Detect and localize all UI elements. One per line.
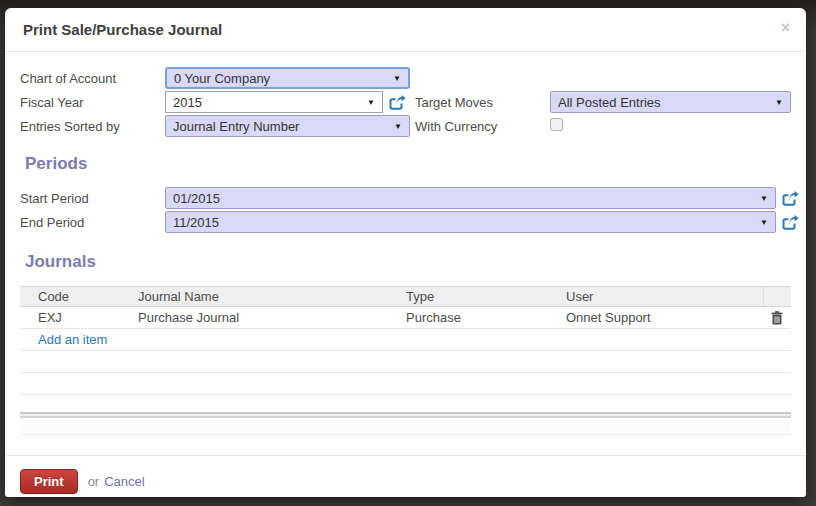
add-item-row: Add an item (20, 329, 791, 351)
chart-of-account-label: Chart of Account (20, 70, 165, 86)
dialog-titlebar: Print Sale/Purchase Journal × (5, 8, 806, 52)
col-header-code: Code (20, 289, 120, 304)
chart-of-account-value: 0 Your Company (174, 71, 270, 86)
chart-of-account-select[interactable]: 0 Your Company ▼ (165, 67, 410, 89)
col-header-journal-name: Journal Name (120, 289, 388, 304)
entries-sorted-by-label: Entries Sorted by (20, 118, 165, 134)
chevron-down-icon: ▼ (367, 98, 375, 107)
with-currency-label: With Currency (410, 118, 550, 134)
col-header-delete (763, 287, 791, 306)
target-moves-value: All Posted Entries (558, 95, 661, 110)
dialog-footer: Print or Cancel (5, 455, 806, 497)
chevron-down-icon: ▼ (394, 122, 402, 131)
table-scroll-band (20, 412, 791, 418)
start-period-row: Start Period 01/2015 ▼ (20, 186, 791, 210)
empty-table-row (20, 419, 791, 435)
chevron-down-icon: ▼ (393, 74, 401, 83)
cell-type: Purchase (388, 310, 548, 325)
table-row[interactable]: EXJ Purchase Journal Purchase Onnet Supp… (20, 307, 791, 329)
empty-table-row (20, 351, 791, 373)
periods-heading: Periods (25, 154, 791, 174)
col-header-user: User (548, 289, 763, 304)
journals-heading: Journals (25, 252, 791, 272)
page-background: Print Sale/Purchase Journal × Chart of A… (0, 0, 816, 506)
journals-table: Code Journal Name Type User EXJ Purchase… (20, 286, 791, 435)
with-currency-checkbox[interactable] (550, 118, 563, 131)
cell-journal-name: Purchase Journal (120, 310, 388, 325)
end-period-label: End Period (20, 214, 165, 230)
end-period-value: 11/2015 (173, 215, 219, 230)
external-link-icon[interactable] (782, 215, 799, 230)
fiscal-year-label: Fiscal Year (20, 94, 165, 110)
fiscal-year-value: 2015 (173, 95, 202, 110)
with-currency-cell (550, 117, 791, 135)
entries-sorted-by-select[interactable]: Journal Entry Number ▼ (165, 115, 410, 137)
target-moves-label: Target Moves (410, 94, 550, 110)
entries-sorted-by-value: Journal Entry Number (173, 119, 299, 134)
fiscal-year-widget: 2015 ▼ (165, 91, 410, 113)
fiscal-year-input[interactable]: 2015 ▼ (165, 91, 383, 113)
start-period-label: Start Period (20, 190, 165, 206)
trash-icon[interactable] (771, 311, 783, 325)
end-period-row: End Period 11/2015 ▼ (20, 210, 791, 234)
dialog-title: Print Sale/Purchase Journal (23, 21, 222, 38)
col-header-type: Type (388, 289, 548, 304)
end-period-select[interactable]: 11/2015 ▼ (165, 211, 776, 233)
external-link-icon[interactable] (782, 191, 799, 206)
cell-user: Onnet Support (548, 310, 763, 325)
add-an-item-link[interactable]: Add an item (20, 332, 107, 347)
external-link-icon[interactable] (389, 95, 406, 110)
target-moves-select[interactable]: All Posted Entries ▼ (550, 91, 791, 113)
start-period-value: 01/2015 (173, 191, 220, 206)
chevron-down-icon: ▼ (760, 218, 768, 227)
chevron-down-icon: ▼ (775, 98, 783, 107)
cancel-link[interactable]: Cancel (104, 474, 144, 489)
cell-code: EXJ (20, 310, 120, 325)
dialog-body: Chart of Account 0 Your Company ▼ Fiscal… (5, 52, 806, 435)
close-icon[interactable]: × (781, 20, 790, 36)
start-period-select[interactable]: 01/2015 ▼ (165, 187, 776, 209)
chevron-down-icon: ▼ (760, 194, 768, 203)
print-journal-dialog: Print Sale/Purchase Journal × Chart of A… (5, 8, 806, 497)
cell-delete (763, 311, 791, 325)
journals-table-header: Code Journal Name Type User (20, 286, 791, 307)
print-button[interactable]: Print (20, 469, 78, 494)
top-field-grid: Chart of Account 0 Your Company ▼ Fiscal… (20, 66, 791, 138)
empty-table-row (20, 373, 791, 395)
or-text: or (88, 474, 100, 489)
